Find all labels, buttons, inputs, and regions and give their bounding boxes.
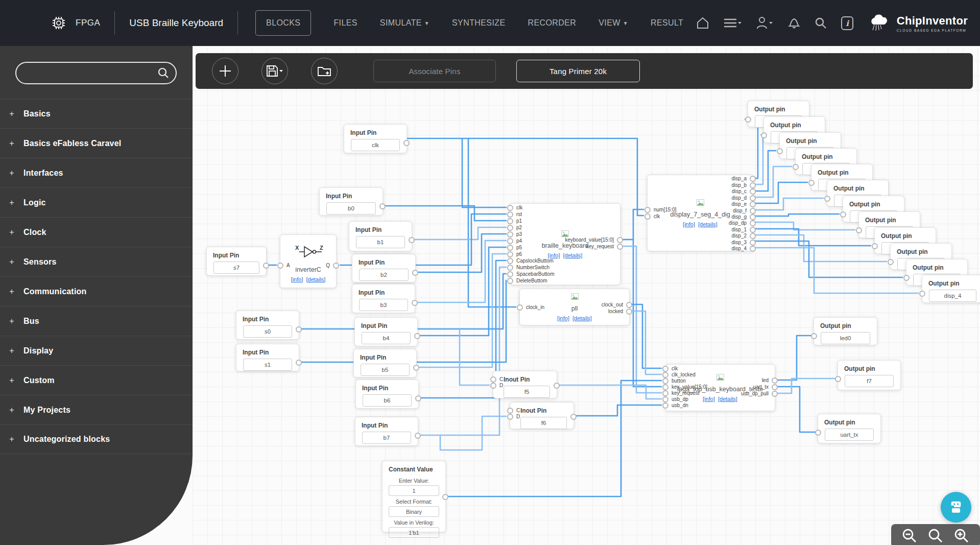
module-block-pll[interactable]: pll[info][details]clock_inclock_outlocke… (519, 289, 630, 325)
input-pin-block-b6[interactable]: Input Pinb6 (355, 380, 419, 409)
pin-name-field[interactable]: f7 (845, 375, 894, 387)
expand-icon[interactable]: + (0, 109, 23, 119)
output-port[interactable] (617, 237, 623, 243)
zoom-in-button[interactable] (953, 528, 970, 544)
output-port[interactable] (409, 237, 415, 243)
input-port[interactable] (507, 251, 513, 257)
constant-field-value[interactable]: Binary (389, 506, 439, 517)
expand-icon[interactable]: + (0, 317, 23, 326)
sidebar-item-display[interactable]: +Display (0, 336, 193, 365)
output-port[interactable] (403, 140, 410, 146)
output-port[interactable] (750, 188, 756, 195)
input-pin-block-s1[interactable]: Input Pins1 (236, 344, 299, 371)
output-port[interactable] (626, 302, 632, 308)
pin-name-field[interactable]: b4 (362, 332, 411, 344)
pin-name-field[interactable]: uart_tx (825, 429, 874, 441)
details-link[interactable]: [details] (718, 396, 737, 402)
output-port[interactable] (412, 270, 418, 276)
input-port[interactable] (507, 271, 513, 277)
module-block-display_7_seg_4_dig[interactable]: display_7_seg_4_dig[info][details]num[15… (647, 175, 753, 251)
output-port[interactable] (750, 214, 756, 220)
output-port[interactable] (570, 414, 577, 420)
input-pin-block-b1[interactable]: Input Pinb1 (349, 221, 412, 251)
input-port[interactable] (507, 225, 513, 231)
menu-item-blocks[interactable]: BLOCKS (255, 10, 311, 36)
sidebar-item-custom[interactable]: +Custom (0, 365, 193, 395)
input-port[interactable] (856, 227, 862, 233)
menu-item-simulate[interactable]: SIMULATE ▼ (380, 18, 429, 28)
output-port[interactable] (263, 263, 269, 269)
constant-block-const1[interactable]: Constant ValueEnter Value:1Select Format… (382, 461, 446, 532)
pin-name-field[interactable]: led0 (821, 332, 870, 344)
output-port[interactable] (379, 203, 386, 209)
input-port[interactable] (507, 211, 513, 218)
pin-name-field[interactable]: b1 (356, 236, 405, 248)
sidebar-search[interactable] (15, 62, 177, 84)
sidebar-item-clock[interactable]: +Clock (0, 217, 193, 247)
output-port[interactable] (333, 263, 339, 269)
sidebar-item-uncategorized-blocks[interactable]: +Uncategorized blocks (0, 424, 193, 454)
output-port[interactable] (617, 244, 623, 250)
expand-icon[interactable]: + (0, 435, 23, 444)
inout-pin-block-f6[interactable]: Inout Pinf6CD (510, 402, 574, 429)
sidebar-item-communication[interactable]: +Communication (0, 276, 193, 306)
output-port[interactable] (750, 182, 756, 188)
info-link[interactable]: [info] (291, 276, 303, 282)
diagram-canvas[interactable]: Associate Pins Tang Primer 20k Input Pin… (193, 46, 980, 545)
input-port[interactable] (277, 263, 283, 269)
input-port[interactable] (662, 366, 668, 372)
input-port[interactable] (872, 243, 878, 249)
input-port[interactable] (662, 372, 668, 378)
input-pin-block-b7[interactable]: Input Pinb7 (355, 417, 418, 446)
info-link[interactable]: [info] (557, 315, 569, 321)
pin-name-field[interactable]: s7 (213, 262, 259, 274)
output-pin-block-led0[interactable]: Output pinled0 (814, 317, 877, 345)
input-port[interactable] (811, 333, 817, 339)
input-port[interactable] (919, 291, 925, 297)
info-icon[interactable]: i (841, 15, 854, 31)
user-icon[interactable] (755, 16, 774, 30)
pin-name-field[interactable]: b7 (362, 432, 411, 444)
input-pin-block-b0[interactable]: Input Pinb0 (319, 187, 383, 216)
expand-icon[interactable]: + (0, 406, 23, 415)
sidebar-item-sensors[interactable]: +Sensors (0, 247, 193, 276)
expand-icon[interactable]: + (0, 228, 23, 237)
input-port[interactable] (761, 132, 767, 138)
home-icon[interactable] (696, 16, 710, 30)
input-port[interactable] (903, 275, 910, 281)
input-pin-block-b2[interactable]: Input Pinb2 (352, 254, 416, 282)
input-port[interactable] (888, 259, 894, 265)
output-port[interactable] (750, 227, 756, 233)
input-port[interactable] (662, 402, 668, 409)
input-pin-block-b3[interactable]: Input Pinb3 (352, 284, 415, 313)
input-port[interactable] (507, 408, 513, 414)
input-port[interactable] (835, 376, 841, 382)
sidebar-item-interfaces[interactable]: +Interfaces (0, 158, 193, 187)
output-port[interactable] (442, 494, 448, 500)
output-port[interactable] (412, 300, 418, 306)
expand-icon[interactable]: + (0, 346, 23, 356)
expand-icon[interactable]: + (0, 376, 23, 385)
search-icon[interactable] (814, 16, 827, 30)
input-port[interactable] (824, 196, 830, 202)
pin-name-field[interactable]: b3 (359, 299, 408, 311)
input-pin-block-clk[interactable]: Input Pinclk (344, 124, 407, 153)
input-pin-block-s7[interactable]: Input Pins7 (206, 247, 267, 276)
details-link[interactable]: [details] (563, 252, 582, 258)
constant-field-value[interactable]: 1'b1 (389, 527, 439, 538)
expand-icon[interactable]: + (0, 198, 23, 207)
input-port[interactable] (517, 304, 523, 311)
expand-icon[interactable]: + (0, 257, 23, 267)
output-port[interactable] (414, 333, 420, 339)
menu-item-files[interactable]: FILES (333, 18, 357, 28)
info-link[interactable]: [info] (548, 252, 560, 258)
info-link[interactable]: [info] (683, 221, 695, 227)
sidebar-item-basics-efabless-caravel[interactable]: +Basics eFabless Caravel (0, 128, 193, 158)
input-port[interactable] (507, 414, 513, 420)
zoom-reset-button[interactable] (927, 528, 944, 544)
output-port[interactable] (750, 208, 756, 214)
pin-name-field[interactable]: disp_4 (929, 290, 976, 302)
output-port[interactable] (296, 326, 302, 333)
output-pin-block-uart_tx[interactable]: Output pinuart_tx (818, 414, 881, 443)
output-port[interactable] (296, 360, 302, 366)
